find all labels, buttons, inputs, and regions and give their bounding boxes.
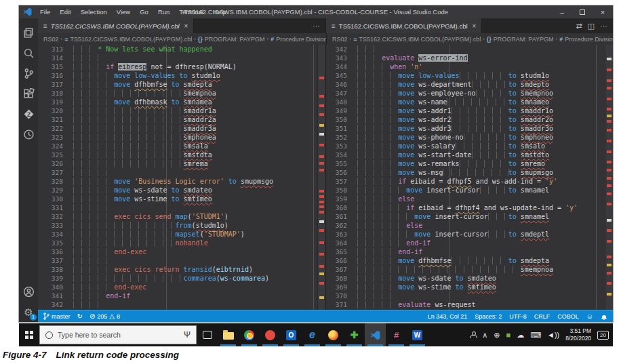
code-line[interactable]: 318 smempnoa xyxy=(38,89,325,98)
code-line[interactable]: 360 if eibaid = dfhpf4 and ws-update-ind… xyxy=(326,203,613,212)
network-icon[interactable]: ⊕ xyxy=(494,331,500,339)
code-line[interactable]: 341 end-if xyxy=(38,291,325,300)
editor-action-icon[interactable]: ◫ xyxy=(588,22,595,31)
code-line[interactable]: 367 smempnoa xyxy=(326,265,613,274)
code-line[interactable]: 369 move ws-stime to smtimeo xyxy=(326,283,613,291)
code-line[interactable]: 346 move ws-department to smdepto xyxy=(326,80,613,89)
slack-icon[interactable]: # xyxy=(386,323,407,346)
code-line[interactable]: 316 move low-values to studm1o xyxy=(38,71,325,80)
code-line[interactable]: 355 move ws-remarks to smremo xyxy=(326,159,613,168)
restore-button[interactable] xyxy=(572,5,593,18)
editor-actions-right[interactable]: ⇄◫··· xyxy=(576,18,613,33)
breadcrumb-item[interactable]: Procedure Division. xyxy=(276,36,326,43)
chevron-up-icon[interactable]: ∧ xyxy=(482,331,487,339)
code-line[interactable]: 350 move ws-addr2 to smaddr2o xyxy=(326,115,613,124)
code-line[interactable]: 314 xyxy=(38,54,325,62)
breadcrumb-item[interactable]: PROGRAM: PAYPGM xyxy=(494,36,554,43)
code-line[interactable]: 342 xyxy=(38,300,325,309)
code-line[interactable]: 327 xyxy=(38,168,325,177)
git-branch-item[interactable]: master xyxy=(43,312,71,320)
code-line[interactable]: 322 smaddr3a xyxy=(38,124,325,133)
code-line[interactable]: 366 move dfhbmfse to smdepta xyxy=(326,256,613,265)
code-line[interactable]: 358 move insert-cursor to smnamel xyxy=(326,186,613,195)
code-area-right[interactable]: 342 343 evaluate ws-error-ind344 when 'n… xyxy=(326,45,613,310)
code-line[interactable]: 371 evaluate ws-request xyxy=(326,300,613,309)
breadcrumb-item[interactable]: RS02 xyxy=(43,36,59,43)
chrome-icon[interactable] xyxy=(239,323,260,346)
code-line[interactable]: 370 xyxy=(326,291,613,300)
code-line[interactable]: 354 move ws-start-date to smstdto xyxy=(326,150,613,159)
code-line[interactable]: 340 end-exec xyxy=(38,283,325,291)
code-line[interactable]: 320 smaddr1a xyxy=(38,106,325,115)
firefox-icon[interactable] xyxy=(323,323,344,346)
code-line[interactable]: 337 xyxy=(38,256,325,265)
code-line[interactable]: 319 move dfhbmask to smnamea xyxy=(38,98,325,106)
code-line[interactable]: 326 smrema xyxy=(38,159,325,168)
code-line[interactable]: 359 else xyxy=(326,195,613,203)
people-icon[interactable] xyxy=(470,331,476,338)
code-line[interactable]: 349 move ws-addr1 to smaddr1o xyxy=(326,106,613,115)
settings-gear-icon[interactable]: ⚙ 1 xyxy=(20,302,37,322)
action-center-button[interactable]: 20 xyxy=(597,331,609,340)
problems-item[interactable]: ⊘ 205 △ 8 xyxy=(89,312,120,320)
green-cross-app-icon[interactable]: ✚ xyxy=(344,323,365,346)
status-item[interactable]: COBOL xyxy=(557,313,579,320)
vscode-icon[interactable] xyxy=(365,323,386,346)
speaker-icon[interactable]: ◄)) xyxy=(547,331,559,339)
zowe-extension-icon[interactable]: Z xyxy=(20,104,37,124)
search-icon[interactable] xyxy=(20,43,37,63)
notifications-bell-icon[interactable] xyxy=(601,312,607,320)
taskbar-search-input[interactable]: Type here to search Ψ xyxy=(39,325,197,344)
overview-ruler-right[interactable] xyxy=(605,45,613,310)
close-button[interactable]: × xyxy=(593,5,613,18)
breadcrumb-item[interactable]: Procedure Division. xyxy=(565,36,613,43)
code-line[interactable]: 368 move ws-sdate to smdateo xyxy=(326,274,613,283)
feedback-icon[interactable]: ☺ xyxy=(586,312,593,320)
code-line[interactable]: 344 when 'n' xyxy=(326,62,613,71)
code-line[interactable]: 351 move ws-addr3 to smaddr3o xyxy=(326,124,613,133)
code-line[interactable]: 336 end-exec xyxy=(38,247,325,256)
minimize-button[interactable]: – xyxy=(552,5,572,18)
editor-action-icon[interactable]: ⇄ xyxy=(576,22,582,31)
code-line[interactable]: 338 exec cics return transid(eibtrnid) xyxy=(38,265,325,274)
editor-action-icon[interactable]: ··· xyxy=(313,22,320,30)
green-status-icon[interactable]: ■ xyxy=(506,331,511,339)
code-line[interactable]: 321 smaddr2a xyxy=(38,115,325,124)
code-line[interactable]: 361 move insert-cursor to smnamel xyxy=(326,212,613,221)
tab-close-icon[interactable]: × xyxy=(471,22,477,30)
account-icon[interactable] xyxy=(20,281,37,302)
microphone-icon[interactable]: Ψ xyxy=(184,330,191,340)
code-line[interactable]: 325 smstdta xyxy=(38,150,325,159)
code-line[interactable]: 313 * Now lets see what happened xyxy=(38,45,325,54)
code-line[interactable]: 331 xyxy=(38,203,325,212)
code-area-left[interactable]: 313 * Now lets see what happened314 315 … xyxy=(38,45,325,310)
code-line[interactable]: 342 xyxy=(326,45,613,54)
code-line[interactable]: 328 move 'Business Logic error' to smupm… xyxy=(38,177,325,186)
breadcrumb-item[interactable]: TS5162.CICSWS.IBM.COBOL(PAYPGM).cbl xyxy=(70,36,192,43)
tab-left-paypgm[interactable]: ≡ TS5162.CICSWS.IBM.COBOL(PAYPGM).cbl × xyxy=(38,18,194,33)
code-line[interactable]: 364 end-if xyxy=(326,239,613,247)
word-icon[interactable]: W xyxy=(407,323,428,346)
status-item[interactable]: UTF-8 xyxy=(509,313,527,320)
task-view-icon[interactable] xyxy=(197,323,218,346)
code-line[interactable]: 362 else xyxy=(326,221,613,230)
start-button[interactable] xyxy=(19,323,39,346)
code-line[interactable]: 353 move ws-salary to smsalo xyxy=(326,142,613,150)
code-line[interactable]: 317 move dfhbmfse to smdepta xyxy=(38,80,325,89)
code-line[interactable]: 329 move ws-sdate to smdateo xyxy=(38,186,325,195)
editor-action-icon[interactable]: ··· xyxy=(600,22,607,30)
code-line[interactable]: 334 mapset('STUDMAP') xyxy=(38,230,325,239)
extensions-icon[interactable] xyxy=(20,83,37,104)
keyboard-icon[interactable]: ⌨ xyxy=(530,331,541,339)
code-line[interactable]: 352 move ws-phone-no to smphoneo xyxy=(326,133,613,142)
overview-ruler-left[interactable] xyxy=(317,45,325,310)
menu-run[interactable]: Run xyxy=(154,7,174,17)
menu-help[interactable]: Help xyxy=(209,7,231,17)
tab-close-icon[interactable]: × xyxy=(183,22,188,30)
explorer-icon[interactable] xyxy=(20,22,37,43)
code-line[interactable]: 315 if eibresp not = dfhresp(NORMAL) xyxy=(38,62,325,71)
outlook-icon[interactable]: O xyxy=(281,323,302,346)
editor-actions-left[interactable]: ··· xyxy=(313,18,325,33)
code-line[interactable]: 324 smsala xyxy=(38,142,325,150)
code-line[interactable]: 357 if eibaid = dfhpf5 and ws-add-ind = … xyxy=(326,177,613,186)
